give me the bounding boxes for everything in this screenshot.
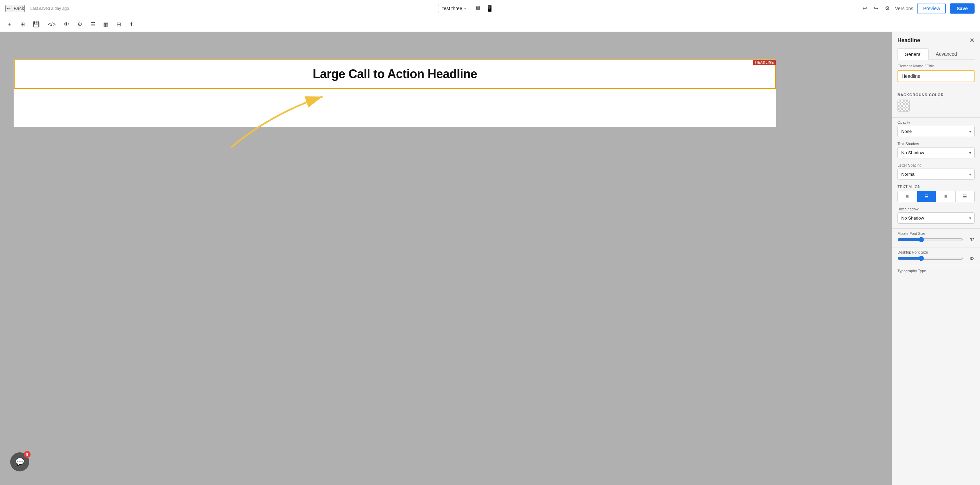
settings-icon[interactable]: ⚙: [76, 20, 84, 29]
panel-title: Headline: [897, 37, 920, 43]
align-justify-button[interactable]: ☰: [956, 191, 975, 202]
divider-3: [892, 228, 980, 229]
preview-icon[interactable]: 👁: [62, 20, 71, 29]
top-bar-center: test three ▾ 🖥 📱: [435, 3, 495, 14]
right-panel: Headline ✕ General Advanced Element Name…: [892, 32, 980, 485]
back-arrow-icon: ←: [6, 5, 11, 11]
desktop-font-size-row: 32: [897, 255, 975, 261]
page-name-button[interactable]: test three ▾: [438, 4, 470, 13]
top-bar: ← Back Last saved a day ago test three ▾…: [0, 0, 980, 17]
divider-2: [892, 117, 980, 118]
mobile-font-size-value: 32: [966, 237, 975, 242]
text-shadow-group: Text Shadow No Shadow: [892, 140, 980, 162]
chat-icon: 💬: [15, 458, 24, 466]
saved-text: Last saved a day ago: [30, 6, 69, 11]
desktop-font-size-value: 32: [966, 256, 975, 261]
bg-color-row: [892, 98, 980, 116]
box-shadow-dropdown-wrapper: No Shadow: [897, 212, 975, 223]
element-name-label: Element Name / Title: [897, 64, 975, 68]
letter-spacing-select[interactable]: Normal: [897, 169, 975, 180]
opacity-dropdown-wrapper: None: [897, 126, 975, 137]
canvas-area[interactable]: HEADLINE Large Call to Action Headline 💬…: [0, 32, 892, 485]
text-align-section: TEXT ALIGN ≡ ☰ ≡ ☰: [892, 183, 980, 206]
back-label: Back: [14, 6, 24, 11]
preview-button[interactable]: Preview: [917, 3, 946, 14]
box-shadow-select[interactable]: No Shadow: [897, 212, 975, 223]
mobile-font-size-row: 32: [897, 237, 975, 242]
mobile-font-size-label: Mobile Font Size: [897, 231, 975, 236]
align-right-button[interactable]: ≡: [936, 191, 956, 202]
layers-icon[interactable]: ⊞: [19, 20, 26, 29]
toolbar: ＋ ⊞ 💾 </> 👁 ⚙ ☰ ▦ ⊟ ⬆: [0, 17, 980, 32]
typography-type-group: Typography Type: [892, 268, 980, 278]
opacity-select[interactable]: None: [897, 126, 975, 137]
divider-1: [892, 88, 980, 88]
headline-badge: HEADLINE: [753, 60, 776, 65]
grid-icon[interactable]: ⊟: [115, 20, 122, 29]
bg-color-label: BACKGROUND COLOR: [892, 89, 980, 98]
page-name-label: test three: [442, 6, 462, 11]
layout-icon[interactable]: ▦: [102, 20, 110, 29]
opacity-label: Opacity: [897, 120, 975, 124]
form-icon[interactable]: ☰: [89, 20, 96, 29]
device-toggle: 🖥 📱: [473, 3, 495, 14]
top-bar-right: ↩ ↪ ⚙ Versions Preview Save: [861, 3, 975, 14]
text-shadow-dropdown-wrapper: No Shadow: [897, 147, 975, 158]
mobile-font-size-slider[interactable]: [897, 237, 963, 242]
main-area: HEADLINE Large Call to Action Headline 💬…: [0, 32, 980, 485]
desktop-font-size-group: Desktop Font Size 32: [892, 249, 980, 265]
mobile-icon[interactable]: 📱: [485, 3, 495, 14]
text-align-buttons: ≡ ☰ ≡ ☰: [897, 191, 975, 202]
text-shadow-label: Text Shadow: [897, 142, 975, 146]
opacity-group: Opacity None: [892, 119, 980, 140]
bg-color-swatch[interactable]: [897, 100, 910, 112]
align-center-button[interactable]: ☰: [917, 191, 937, 202]
panel-header: Headline ✕: [892, 32, 980, 44]
settings-icon-button[interactable]: ⚙: [884, 4, 891, 13]
typography-type-label: Typography Type: [897, 269, 975, 273]
canvas-content: HEADLINE Large Call to Action Headline: [14, 59, 776, 127]
headline-element[interactable]: HEADLINE Large Call to Action Headline: [14, 59, 776, 89]
element-name-input[interactable]: [897, 70, 975, 82]
text-shadow-select[interactable]: No Shadow: [897, 147, 975, 158]
add-icon[interactable]: ＋: [5, 19, 14, 29]
align-left-button[interactable]: ≡: [898, 191, 917, 202]
chevron-down-icon: ▾: [464, 6, 466, 10]
desktop-font-size-slider[interactable]: [897, 255, 963, 261]
desktop-font-size-label: Desktop Font Size: [897, 250, 975, 254]
divider-5: [892, 266, 980, 266]
undo-button[interactable]: ↩: [861, 4, 868, 13]
close-panel-button[interactable]: ✕: [969, 37, 975, 44]
box-shadow-label: Box Shadow: [897, 207, 975, 211]
redo-button[interactable]: ↪: [872, 4, 880, 13]
back-button[interactable]: ← Back: [5, 5, 25, 12]
divider-4: [892, 247, 980, 247]
save-icon[interactable]: 💾: [32, 20, 41, 29]
headline-text: Large Call to Action Headline: [23, 67, 767, 81]
chat-widget[interactable]: 💬 9: [10, 452, 29, 471]
save-button[interactable]: Save: [950, 3, 975, 14]
letter-spacing-dropdown-wrapper: Normal: [897, 169, 975, 180]
letter-spacing-group: Letter Spacing Normal: [892, 162, 980, 183]
tab-general[interactable]: General: [897, 48, 929, 60]
letter-spacing-label: Letter Spacing: [897, 163, 975, 167]
element-name-group: Element Name / Title: [892, 60, 980, 86]
mobile-font-size-group: Mobile Font Size 32: [892, 230, 980, 246]
code-icon[interactable]: </>: [46, 20, 57, 29]
top-bar-left: ← Back Last saved a day ago: [5, 5, 69, 12]
export-icon[interactable]: ⬆: [128, 20, 135, 29]
text-align-label: TEXT ALIGN: [897, 185, 975, 188]
chat-badge: 9: [24, 451, 30, 458]
desktop-icon[interactable]: 🖥: [473, 3, 482, 13]
tab-advanced[interactable]: Advanced: [929, 48, 964, 59]
versions-link[interactable]: Versions: [895, 6, 913, 11]
panel-tabs: General Advanced: [897, 48, 975, 60]
box-shadow-group: Box Shadow No Shadow: [892, 206, 980, 227]
